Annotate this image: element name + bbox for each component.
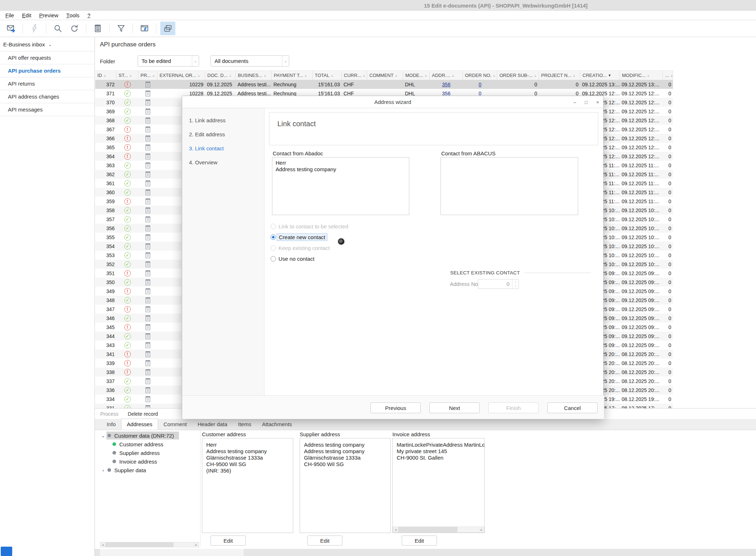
column-header-comment[interactable]: COMMENT▵ xyxy=(367,71,403,80)
document-preview-icon[interactable] xyxy=(146,243,150,249)
contact-list-item[interactable]: Herr xyxy=(276,160,406,166)
document-preview-icon[interactable] xyxy=(146,234,150,240)
document-list-icon-button[interactable] xyxy=(90,22,105,35)
tree-node-invoice-address[interactable]: Invoice address xyxy=(100,457,198,466)
sidebar-item-api-address-changes[interactable]: API address changes xyxy=(0,90,94,103)
document-preview-icon[interactable] xyxy=(146,163,150,168)
invoice-address-box[interactable]: MartinLockePrivateAddress MartinLockePMy… xyxy=(392,438,485,533)
column-header-project[interactable]: PROJECT N...▵ xyxy=(539,71,580,80)
scrollbar-thumb[interactable] xyxy=(100,549,244,556)
column-header-pr[interactable]: PR...▵ xyxy=(138,71,157,80)
column-header-payment[interactable]: PAYMENT T...▵ xyxy=(272,71,313,80)
document-preview-icon[interactable] xyxy=(146,306,150,312)
column-header-id[interactable]: ID▵ xyxy=(95,71,116,80)
refresh-icon-button[interactable] xyxy=(67,22,82,35)
tab-header-data[interactable]: Header data xyxy=(192,419,233,430)
address-link[interactable]: 356 xyxy=(442,82,450,87)
sidebar-item-api-messages[interactable]: API messages xyxy=(0,103,94,116)
maximize-icon[interactable]: □ xyxy=(585,100,588,105)
radio-use-no-contact[interactable]: Use no contact xyxy=(271,256,348,262)
delete-record-button[interactable]: Delete record xyxy=(128,411,158,417)
document-preview-icon[interactable] xyxy=(146,333,150,339)
column-header-more[interactable]: ...▵ xyxy=(663,71,673,80)
supplier-address-box[interactable]: Address testing companyAddress testing c… xyxy=(300,438,391,533)
sidebar-header[interactable]: E-Business inbox ⌄ xyxy=(0,37,94,51)
tab-attachments[interactable]: Attachments xyxy=(257,419,297,430)
scroll-right-icon[interactable]: ▸ xyxy=(479,527,484,532)
wizard-step-1[interactable]: 1. Link address xyxy=(182,113,264,127)
document-preview-icon[interactable] xyxy=(146,100,150,105)
radio-create-new-contact[interactable]: Create new contact xyxy=(271,234,348,240)
document-preview-icon[interactable] xyxy=(146,342,150,348)
minimize-icon[interactable]: – xyxy=(573,100,576,105)
column-header-curr[interactable]: CURR...▵ xyxy=(342,71,367,80)
window-stack-icon-button[interactable] xyxy=(160,22,175,35)
menu-tools[interactable]: Tools xyxy=(62,11,83,20)
tree-node-supplier-address[interactable]: Supplier address xyxy=(100,448,198,457)
document-preview-icon[interactable] xyxy=(146,145,150,150)
column-header-created[interactable]: CREATIO...▾ xyxy=(580,71,620,80)
column-header-order_no[interactable]: ORDER NO.▵ xyxy=(463,71,497,80)
wizard-step-2[interactable]: 2. Edit address xyxy=(182,127,264,141)
document-preview-icon[interactable] xyxy=(146,387,150,393)
document-preview-icon[interactable] xyxy=(146,396,150,402)
document-preview-icon[interactable] xyxy=(146,217,150,222)
document-preview-icon[interactable] xyxy=(146,82,150,87)
scrollbar-thumb[interactable] xyxy=(398,527,457,532)
window-lightning-icon-button[interactable] xyxy=(137,22,152,35)
invoice-edit-button[interactable]: Edit xyxy=(402,536,437,546)
documents-select[interactable]: All documents ⌄ xyxy=(211,55,289,67)
column-header-status[interactable]: ST...▵ xyxy=(116,71,138,80)
table-row-372[interactable]: 372!1022909.12.2025Address testi...Rechn… xyxy=(95,80,673,89)
column-header-ext[interactable]: EXTERNAL OR...▵ xyxy=(157,71,205,80)
tab-items[interactable]: Items xyxy=(233,419,257,430)
column-header-modified[interactable]: MODIFIC...▵ xyxy=(620,71,663,80)
wizard-step-4[interactable]: 4. Overview xyxy=(182,155,264,169)
search-icon-button[interactable] xyxy=(50,22,65,35)
document-preview-icon[interactable] xyxy=(146,127,150,132)
document-preview-icon[interactable] xyxy=(146,351,150,357)
close-icon[interactable]: × xyxy=(596,100,599,105)
abacus-contact-list[interactable] xyxy=(441,157,578,215)
document-preview-icon[interactable] xyxy=(146,154,150,159)
window-bottom-scrollbar[interactable] xyxy=(95,549,756,556)
document-preview-icon[interactable] xyxy=(146,405,150,409)
column-header-business[interactable]: BUSINES...▵ xyxy=(236,71,272,80)
cancel-button[interactable]: Cancel xyxy=(547,402,598,413)
document-preview-icon[interactable] xyxy=(146,324,150,330)
document-preview-icon[interactable] xyxy=(146,118,150,123)
document-preview-icon[interactable] xyxy=(146,252,150,258)
sidebar-item-api-returns[interactable]: API returns xyxy=(0,77,94,90)
column-header-order_sub[interactable]: ORDER SUB-...▵ xyxy=(497,71,539,80)
document-preview-icon[interactable] xyxy=(146,279,150,285)
document-preview-icon[interactable] xyxy=(146,199,150,204)
tab-comment[interactable]: Comment xyxy=(158,419,192,430)
scroll-left-icon[interactable]: ◂ xyxy=(100,542,105,547)
wizard-step-3[interactable]: 3. Link contact xyxy=(182,141,264,155)
document-preview-icon[interactable] xyxy=(146,172,150,177)
next-button[interactable]: Next xyxy=(429,402,480,413)
tree-horizontal-scrollbar[interactable]: ◂ ▸ xyxy=(100,542,199,547)
menu-file[interactable]: File xyxy=(1,11,18,20)
sidebar-item-api-purchase-orders[interactable]: API purchase orders xyxy=(0,64,94,77)
document-preview-icon[interactable] xyxy=(146,136,150,141)
contact-list-item[interactable]: Address testing company xyxy=(276,166,406,173)
document-preview-icon[interactable] xyxy=(146,190,150,195)
document-preview-icon[interactable] xyxy=(146,360,150,366)
chevron-down-icon[interactable]: ⌄ xyxy=(100,433,106,438)
previous-button[interactable]: Previous xyxy=(370,402,421,413)
document-preview-icon[interactable] xyxy=(146,225,150,231)
document-preview-icon[interactable] xyxy=(146,315,150,321)
column-header-addr[interactable]: ADDR....▵ xyxy=(430,71,463,80)
column-header-doc_date[interactable]: DOC. D...▵ xyxy=(205,71,236,80)
menu-help[interactable]: ? xyxy=(83,11,94,20)
menu-preview[interactable]: Preview xyxy=(35,11,62,20)
scroll-right-icon[interactable]: ▸ xyxy=(194,542,199,547)
document-preview-icon[interactable] xyxy=(146,288,150,294)
tree-node-customer-address[interactable]: Customer address xyxy=(100,440,198,448)
document-preview-icon[interactable] xyxy=(146,261,150,267)
menu-edit[interactable]: Edit xyxy=(18,11,35,20)
tree-node-customer-data-dnr-72-[interactable]: ⌄Customer data (DNR:72) xyxy=(100,431,198,440)
document-preview-icon[interactable] xyxy=(146,91,150,96)
document-preview-icon[interactable] xyxy=(146,208,150,213)
